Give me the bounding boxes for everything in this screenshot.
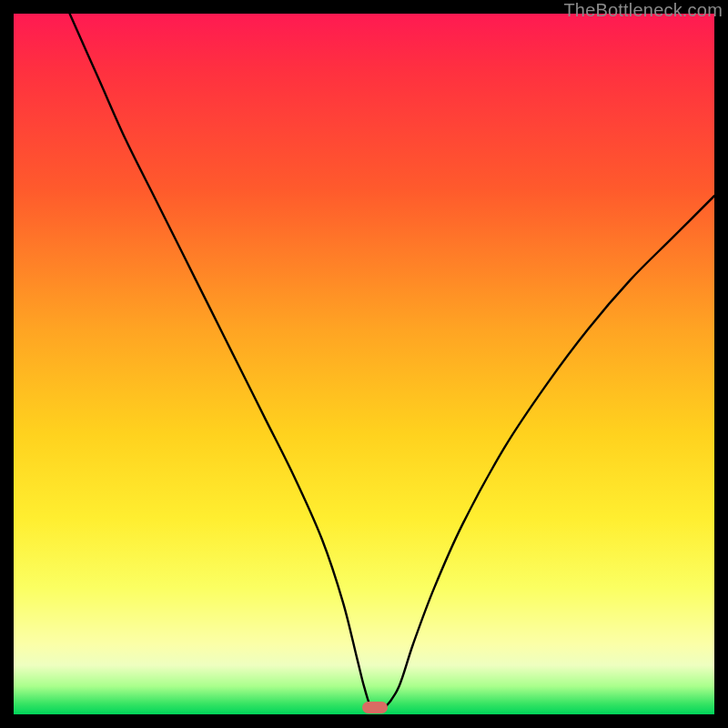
watermark-text: TheBottleneck.com: [563, 0, 723, 21]
bottleneck-curve: [14, 14, 714, 714]
chart-stage: TheBottleneck.com: [0, 0, 728, 728]
curve-path: [70, 14, 714, 709]
optimum-marker: [362, 702, 388, 713]
plot-area: [14, 14, 714, 714]
